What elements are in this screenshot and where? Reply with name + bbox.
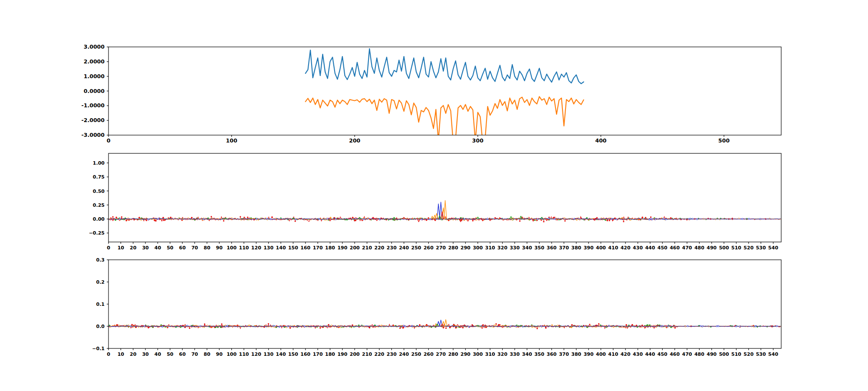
x-tick-label: 290 <box>460 245 470 251</box>
noise-blue-marker <box>225 326 226 327</box>
x-tick-label: 360 <box>547 351 557 357</box>
noise-red-stem-dot <box>243 217 245 218</box>
x-tick-label: 20 <box>130 245 137 251</box>
x-tick-label: 40 <box>155 351 161 357</box>
x-tick-label: 400 <box>596 245 606 251</box>
bottom-residual-chart: 0102030405060708090100110120130140150160… <box>92 257 781 357</box>
noise-orange-marker <box>494 325 495 326</box>
noise-orange-marker <box>496 325 497 326</box>
x-tick-label: 40 <box>155 245 161 251</box>
noise-red-stem-dot <box>494 217 496 219</box>
noise-red-marker <box>642 217 643 218</box>
x-tick-label: 310 <box>485 351 495 357</box>
noise-orange-stem-dot <box>571 327 572 328</box>
x-tick-label: 350 <box>534 245 544 251</box>
noise-red-marker <box>626 325 627 326</box>
noise-red-marker <box>455 327 457 328</box>
x-tick-label: 530 <box>756 351 766 357</box>
noise-red-stem-dot <box>295 221 296 222</box>
noise-blue-marker <box>227 325 228 326</box>
x-tick-label: 80 <box>204 351 210 357</box>
noise-red-marker <box>148 327 149 328</box>
x-tick-label: 510 <box>731 245 741 251</box>
x-tick-label: 100 <box>227 245 237 251</box>
noise-red-stem-dot <box>541 219 542 221</box>
noise-red-marker <box>434 219 436 221</box>
plot-frame <box>108 47 781 135</box>
noise-blue-marker <box>755 325 756 327</box>
noise-red-marker <box>453 324 454 325</box>
data-layer <box>108 201 781 222</box>
x-tick-label: 60 <box>179 245 186 251</box>
noise-blue-marker <box>616 219 617 220</box>
x-tick-label: 280 <box>448 351 458 357</box>
noise-blue-marker <box>554 218 556 219</box>
x-tick-label: 280 <box>448 245 458 251</box>
noise-red-stem-dot <box>623 221 624 222</box>
noise-red-marker <box>426 219 427 221</box>
x-tick-label: 380 <box>571 245 581 251</box>
x-tick-label: 90 <box>216 351 223 357</box>
x-tick-label: 470 <box>682 351 692 357</box>
noise-blue-marker <box>515 326 516 327</box>
noise-blue-marker <box>697 219 698 220</box>
x-tick-label: 80 <box>204 245 210 251</box>
noise-red-marker <box>170 217 171 218</box>
x-tick-label: 20 <box>130 351 137 357</box>
noise-blue-marker <box>660 325 661 327</box>
x-tick-label: 250 <box>411 351 421 357</box>
noise-red-marker <box>607 220 608 221</box>
top-line-chart: 01002003004005003.00002.00001.00000.0000… <box>82 43 781 144</box>
noise-red-stem-dot <box>543 221 544 222</box>
x-tick-label: 230 <box>387 245 397 251</box>
noise-blue-marker <box>608 325 610 326</box>
noise-orange-stem-dot <box>551 324 552 325</box>
x-tick-label: 420 <box>621 351 631 357</box>
x-tick-label: 350 <box>534 351 544 357</box>
noise-orange-marker <box>286 327 287 328</box>
noise-red-stem-dot <box>112 216 114 218</box>
noise-red-stem-dot <box>402 327 404 328</box>
x-tick-label: 70 <box>191 245 198 251</box>
x-tick-label: 200 <box>349 137 360 144</box>
noise-blue-marker <box>335 219 336 220</box>
noise-blue-marker <box>690 218 691 219</box>
noise-blue-marker <box>548 218 549 219</box>
noise-red-stem-dot <box>598 323 599 325</box>
y-tick-label: 0.50 <box>93 189 105 194</box>
x-tick-label: 480 <box>694 351 704 357</box>
x-tick-label: 410 <box>608 351 618 357</box>
noise-blue-marker <box>279 326 280 328</box>
noise-blue-marker <box>487 218 488 219</box>
x-tick-label: 150 <box>288 351 298 357</box>
noise-blue-marker <box>760 219 761 220</box>
noise-blue-marker <box>404 326 406 327</box>
noise-blue-marker <box>270 219 272 220</box>
x-tick-label: 260 <box>424 245 434 251</box>
noise-blue-marker <box>319 218 320 219</box>
noise-red-marker <box>674 327 676 328</box>
noise-blue-marker <box>429 219 431 220</box>
x-tick-label: 480 <box>694 245 704 251</box>
noise-blue-marker <box>464 219 465 220</box>
x-tick-label: 540 <box>768 245 778 251</box>
noise-blue-marker <box>662 325 663 327</box>
x-tick-label: 190 <box>337 351 347 357</box>
noise-red-stem-dot <box>650 216 651 218</box>
x-tick-label: 220 <box>374 245 384 251</box>
x-tick-label: 500 <box>718 137 730 144</box>
x-tick-label: 320 <box>497 245 507 251</box>
x-tick-label: 10 <box>118 245 125 251</box>
noise-orange-marker <box>564 218 565 219</box>
noise-red-marker <box>545 327 546 328</box>
x-tick-label: 390 <box>584 351 594 357</box>
noise-blue-marker <box>266 218 268 219</box>
noise-blue-marker <box>304 326 305 327</box>
x-tick-label: 100 <box>227 351 237 357</box>
noise-red-stem-dot <box>354 220 355 221</box>
x-tick-label: 110 <box>239 245 249 251</box>
x-tick-label: 270 <box>436 245 446 251</box>
noise-red-stem-dot <box>614 218 615 219</box>
y-tick-label: 0.0 <box>96 324 105 329</box>
x-tick-label: 510 <box>731 351 741 357</box>
